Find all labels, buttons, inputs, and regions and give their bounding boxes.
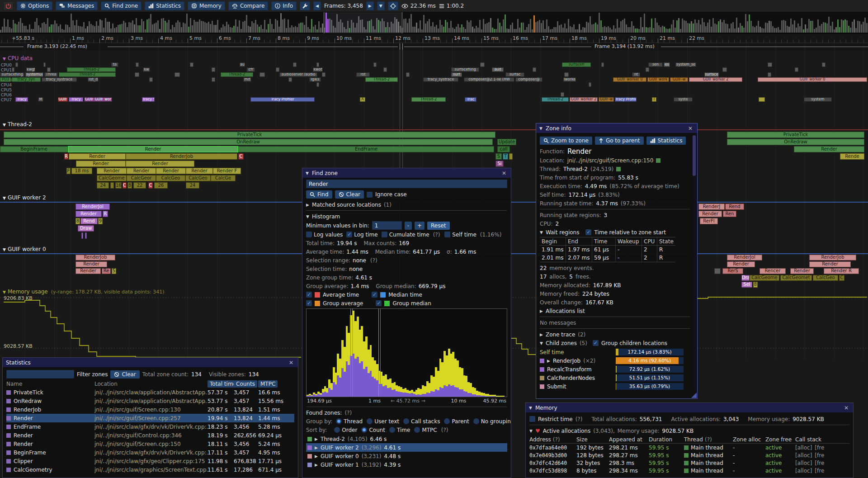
zone[interactable] [85,232,87,239]
zone[interactable] [293,62,297,67]
column-name[interactable]: Name [6,381,94,387]
zone-es[interactable]: es [664,62,670,67]
zone-beginframe[interactable]: BeginFrame [0,146,68,152]
zone-sel[interactable]: Sel [741,282,752,288]
zone-renderjob[interactable]: RenderJob [75,255,115,260]
statistics-button[interactable]: Statistics [145,1,184,10]
zone-renderjob[interactable]: RenderJob [809,255,856,260]
zone-render[interactable]: Render [186,168,213,174]
focus-frame-button[interactable] [388,1,398,10]
zone-cfr[interactable]: cfr [247,67,255,72]
zoom-to-zone-button[interactable]: Zoom to zone [540,137,592,145]
zone[interactable] [383,67,387,72]
group-by-user-text[interactable] [367,418,373,424]
find-button[interactable]: Find [306,190,332,199]
close-icon[interactable]: ✕ [500,170,508,176]
statistics-row[interactable]: Renderjni/../jni/src/guif/Control.cpp:34… [6,431,294,440]
call-stack-alloc-link[interactable]: [alloc] [795,452,812,459]
zone-guif-worker-2[interactable]: GUIF worker 2 [570,97,598,102]
zone-renderjol[interactable]: RenderJol [727,255,762,260]
found-zone-group[interactable]: ▶GUIF worker 0(3,231)4.48 s [306,452,507,460]
frame-label-3193[interactable]: Frame 3,193 (22.45 ms) [25,43,89,49]
zone-tracy-systrace[interactable]: tracy_systrace [423,77,458,82]
zone-rers[interactable]: RerS [722,268,743,274]
zone-surfacefling[interactable]: surfacefling [451,67,479,72]
wait-column-begin[interactable]: Begin [540,237,566,246]
zone-24[interactable]: 24 [97,182,109,189]
child-zones-tree[interactable]: ▼Child zones(5)Group children locations [540,339,690,347]
wait-column-state[interactable]: State [657,237,675,246]
zone-dra[interactable]: Dra [741,275,750,281]
zone-info-titlebar[interactable]: ▼ Zone info ✕ [536,123,697,133]
collapse-icon[interactable]: ▼ [529,406,532,410]
zone-tracy-profiler[interactable]: Tracy Profiler [615,97,637,102]
memory-titlebar[interactable]: ▼ Memory ✕ [526,403,853,412]
close-icon[interactable]: ✕ [843,405,850,411]
column-total-time[interactable]: Total time [208,381,234,387]
zone-rend[interactable]: Rend [80,218,98,224]
memory-column-size[interactable]: Size [576,436,609,443]
child-zone-row[interactable]: Self time172.14 μs (3.83%) [540,348,690,356]
zone-draw[interactable]: Draw [78,225,94,232]
zone-thread-2[interactable]: Thread-2 [67,67,116,72]
zone-surfac[interactable]: surfac [505,72,524,77]
zone-kw[interactable]: kw [143,67,150,72]
wait-column-cpu[interactable]: CPU [642,237,657,246]
collapse-icon[interactable]: ▼ [306,171,309,175]
memory-usage-header[interactable]: ▼Memory usage(y-range: 178.27 KB, visibl… [3,289,164,295]
zone-18-ms[interactable]: 18 ms [71,168,92,174]
zone-calcgeomet[interactable]: CalcGeomet [780,275,812,281]
zone-ta[interactable]: ta [111,62,118,67]
zone-ren[interactable]: Ren [723,211,736,217]
zone-calcge[interactable]: CalcGe [211,175,236,181]
go-to-parent-button[interactable]: Go to parent [595,137,644,145]
zone-kwgt[interactable]: kwgt [26,67,35,72]
zone-md[interactable]: md [243,77,251,82]
zone-rot-d[interactable]: rot_d [88,77,99,82]
reset-button[interactable]: Reset [427,222,450,230]
allocations-list-tree[interactable]: ▶Allocations list [540,307,690,315]
zone[interactable] [564,72,569,77]
zone-guif-worker-0[interactable]: GUIF worker 0 [758,77,867,82]
allocation-address[interactable]: 0x7e049b3d00 [529,452,576,459]
zone-rende[interactable]: Rende [840,153,864,160]
scrollbar[interactable] [692,134,696,389]
zone-au[interactable]: au [240,62,245,67]
frame-label-3194[interactable]: Frame 3,194 (13.92 ms) [593,43,656,49]
call-stack-alloc-link[interactable]: [alloc] [795,445,812,451]
zone-render[interactable]: Render [76,161,126,167]
zone-update[interactable]: Update [497,139,516,145]
zone-sen[interactable]: sen [648,62,663,67]
zone-renderjol[interactable]: RenderJol [75,204,110,210]
zone-render[interactable]: Render [97,168,127,174]
zone[interactable] [768,72,771,77]
zone-tracy-systrace[interactable]: tracy_systrace [42,77,77,82]
collapse-icon[interactable]: ▼ [539,126,542,131]
memory-column-call-stack[interactable]: Call stack [795,436,849,443]
zone-render[interactable]: Render [75,261,107,267]
thread-header-guif-worker-0[interactable]: ▼GUIF worker 0 [3,246,46,252]
zone[interactable] [316,62,319,67]
min-bin-input[interactable]: 1 [372,221,402,230]
child-zone-row[interactable]: Submit35.63 μs (0.79%) [540,382,690,391]
wait-regions-tree[interactable]: ▼Wait regionsTime relative to zone start [540,228,690,236]
zone-thread-2[interactable]: Thread-2 [411,97,446,102]
zone-surf[interactable]: surf [451,72,462,77]
zone[interactable] [212,67,215,72]
zone-composer-[interactable]: composer@ [515,77,542,82]
zone-c[interactable]: C [123,182,127,189]
zone[interactable] [135,72,139,77]
zone-8[interactable]: 8 [75,218,80,224]
zone-systemui[interactable]: systemui [25,72,43,77]
zone-threa[interactable]: Threa [44,72,58,77]
zone-m[interactable]: M [38,97,43,102]
zone-8[interactable]: 8 [753,282,758,288]
group-by-thread[interactable] [336,418,342,424]
zone-render[interactable]: Render [156,168,186,174]
zone-c[interactable]: C [148,182,153,189]
next-frame-button[interactable]: ▶ [366,1,374,10]
zone-rend[interactable]: Rend [725,204,744,210]
zone-a[interactable]: A [360,97,365,102]
zone-audioserver-audio[interactable]: audioserver /audio [279,72,317,77]
zone-render[interactable]: Render [127,168,156,174]
